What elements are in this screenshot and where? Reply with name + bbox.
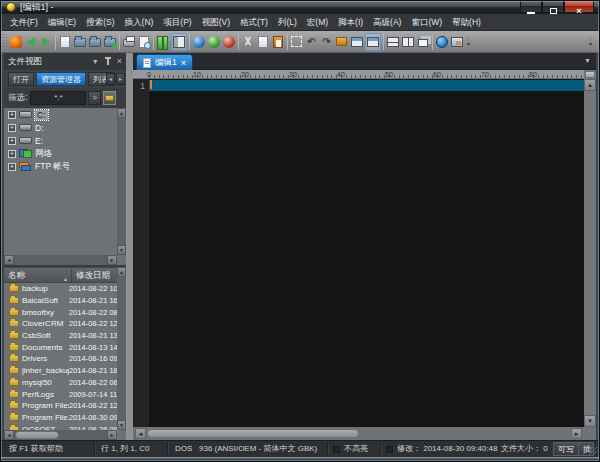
sidebar-tab-active[interactable]: 资源管理器 xyxy=(36,72,86,86)
split-vertical-icon[interactable] xyxy=(401,33,415,51)
tree-item-label[interactable]: 网络 xyxy=(35,148,52,160)
save-all-icon[interactable] xyxy=(103,33,117,51)
filter-go-button[interactable]: > xyxy=(88,91,101,105)
file-list-row[interactable]: PerfLogs2009-07-14 11 xyxy=(4,388,126,400)
export-icon[interactable] xyxy=(335,33,349,51)
file-list-row[interactable]: BaicaiSoft2014-08-21 16 xyxy=(4,295,126,307)
tab-scroll-right-icon[interactable]: ► xyxy=(116,73,125,85)
minimize-button[interactable] xyxy=(520,0,542,13)
select-all-icon[interactable] xyxy=(290,33,304,51)
cut-icon[interactable] xyxy=(241,33,255,51)
text-area[interactable] xyxy=(149,79,584,427)
file-list-row[interactable]: jinher_backup2014-08-21 18 xyxy=(4,365,126,377)
file-list-row[interactable]: Program Files2014-08-22 12 xyxy=(4,400,126,412)
file-list-row[interactable]: CsbSoft2014-08-21 13 xyxy=(4,330,126,342)
panel-close-icon[interactable]: × xyxy=(117,57,122,66)
forward-icon[interactable] xyxy=(39,33,53,51)
list-horizontal-scrollbar[interactable]: ◄ ► xyxy=(4,430,117,440)
tab-list-dropdown-icon[interactable]: ▼ xyxy=(584,57,591,64)
open-folder-icon[interactable] xyxy=(73,33,87,51)
tab-scroll-left-icon[interactable]: ◄ xyxy=(106,73,115,85)
status-encoding[interactable]: 936 (ANSI/OEM - 简体中文 GBK) xyxy=(199,441,317,457)
menu-item[interactable]: 列(L) xyxy=(273,14,302,30)
editor-horizontal-scrollbar[interactable]: ◄ ► xyxy=(133,427,596,440)
tree-item-label[interactable]: D: xyxy=(35,123,44,133)
status-line-ending[interactable]: DOS xyxy=(175,441,192,457)
compare-icon[interactable] xyxy=(156,33,170,51)
menu-item[interactable]: 编辑(E) xyxy=(43,14,81,30)
sidebar-splitter[interactable] xyxy=(126,53,133,440)
expand-icon[interactable]: + xyxy=(8,124,16,132)
sync-green-icon[interactable] xyxy=(207,33,221,51)
maximize-button[interactable] xyxy=(542,0,564,13)
menu-item[interactable]: 插入(N) xyxy=(120,14,159,30)
print-preview-icon[interactable] xyxy=(137,33,151,51)
tab-close-icon[interactable]: × xyxy=(181,58,186,68)
writable-toggle[interactable]: 可写 xyxy=(553,442,579,456)
paste-icon[interactable] xyxy=(271,33,285,51)
panel-toggle-icon[interactable] xyxy=(171,33,187,51)
tree-horizontal-scrollbar[interactable]: ◄ ► xyxy=(4,255,117,265)
title-bar[interactable]: [编辑1] - × xyxy=(0,0,600,14)
toolbar-overflow-right-icon[interactable]: ⁞▾ xyxy=(586,33,595,51)
tree-vertical-scrollbar[interactable]: ▲ ▼ xyxy=(117,108,126,255)
tree-item[interactable]: +C: xyxy=(4,108,126,121)
scrollbar-thumb[interactable] xyxy=(147,429,359,438)
split-handle[interactable] xyxy=(585,71,595,78)
menu-item[interactable]: 帮助(H) xyxy=(447,14,486,30)
menu-item[interactable]: 搜索(S) xyxy=(81,14,119,30)
editor-vertical-scrollbar[interactable]: ▲ ▼ xyxy=(584,70,596,427)
file-list-row[interactable]: Drivers2014-08-16 09 xyxy=(4,353,126,365)
sidebar-tab-item[interactable]: 打开 xyxy=(8,72,34,86)
window-icon[interactable] xyxy=(350,33,364,51)
split-horizontal-icon[interactable] xyxy=(386,33,400,51)
app-logo-icon[interactable] xyxy=(9,33,23,51)
editor-tab[interactable]: 编辑1 × xyxy=(136,54,193,70)
menu-item[interactable]: 项目(P) xyxy=(158,14,196,30)
toolbar-grip[interactable] xyxy=(3,34,7,50)
file-list-row[interactable]: bmsoftxy2014-08-22 08 xyxy=(4,306,126,318)
cascade-icon[interactable] xyxy=(416,33,430,51)
file-list-row[interactable]: Documents2014-08-13 14 xyxy=(4,341,126,353)
resize-grip[interactable] xyxy=(589,447,597,455)
file-list-row[interactable]: CloverCRM2014-08-22 12 xyxy=(4,318,126,330)
menu-item[interactable]: 格式(T) xyxy=(235,14,273,30)
expand-icon[interactable]: + xyxy=(8,163,16,171)
menu-item[interactable]: 高级(A) xyxy=(368,14,406,30)
expand-icon[interactable]: + xyxy=(8,137,16,145)
sync-blue-icon[interactable] xyxy=(192,33,206,51)
expand-icon[interactable]: + xyxy=(8,111,16,119)
menu-item[interactable]: 宏(M) xyxy=(302,14,333,30)
tree-item-label[interactable]: C: xyxy=(35,110,48,120)
filter-input[interactable]: *.* xyxy=(30,91,86,105)
back-icon[interactable] xyxy=(24,33,38,51)
menu-item[interactable]: 文件(F) xyxy=(5,14,43,30)
column-header-name[interactable]: 名称▲ xyxy=(4,267,72,283)
tree-item[interactable]: +E: xyxy=(4,134,126,147)
highlight-indicator-icon[interactable] xyxy=(333,446,340,453)
tree-item[interactable]: +FTP 帐号 xyxy=(4,160,126,173)
file-list-row[interactable]: backup2014-08-22 10 xyxy=(4,283,126,295)
tree-item-label[interactable]: FTP 帐号 xyxy=(35,161,70,173)
expand-icon[interactable]: + xyxy=(8,150,16,158)
toolbar-overflow-icon[interactable]: ⁞▾ xyxy=(464,33,473,51)
print-icon[interactable] xyxy=(122,33,136,51)
tree-item-label[interactable]: E: xyxy=(35,136,43,146)
save-icon[interactable] xyxy=(88,33,102,51)
menu-item[interactable]: 窗口(W) xyxy=(406,14,447,30)
new-file-icon[interactable] xyxy=(58,33,72,51)
close-button[interactable]: × xyxy=(564,0,594,13)
file-list-row[interactable]: mysql502014-08-22 08 xyxy=(4,377,126,389)
undo-icon[interactable]: ↶ xyxy=(305,33,319,51)
copy-icon[interactable] xyxy=(256,33,270,51)
list-vertical-scrollbar[interactable]: ▲ ▼ xyxy=(117,267,126,430)
file-list-row[interactable]: Program File...2014-08-30 09 xyxy=(4,412,126,424)
status-highlight[interactable]: 不高亮 xyxy=(344,441,368,457)
menu-item[interactable]: 脚本(I) xyxy=(333,14,368,30)
tree-item[interactable]: +网络 xyxy=(4,147,126,160)
sync-red-icon[interactable] xyxy=(222,33,236,51)
redo-icon[interactable]: ↷ xyxy=(320,33,334,51)
tree-item[interactable]: +D: xyxy=(4,121,126,134)
folder-sync-button[interactable] xyxy=(103,91,116,105)
browser-icon[interactable] xyxy=(435,33,449,51)
